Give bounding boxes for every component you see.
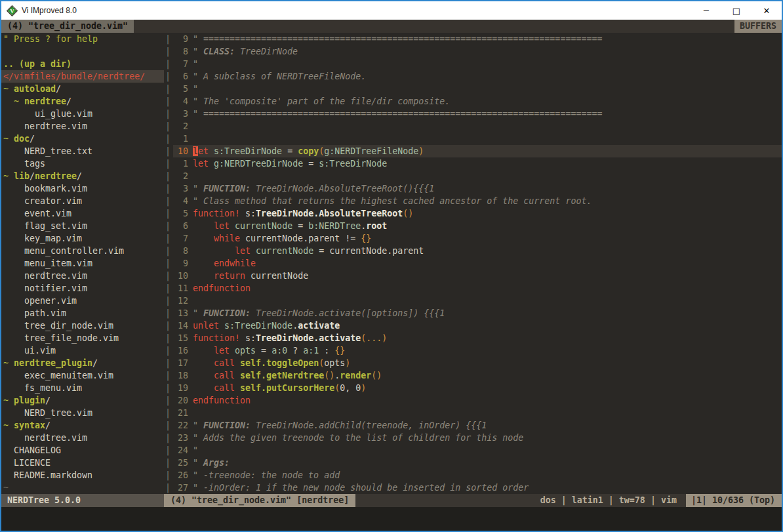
code-line[interactable]: 5function! s:TreeDirNode.AbsoluteTreeRoo… [173,207,782,220]
tree-item[interactable]: menu_item.vim [1,257,164,270]
tree-item[interactable]: NERD_tree.vim [1,407,164,419]
code-line[interactable]: 12 [173,295,782,307]
tree-item[interactable]: ~ lib/nerdtree/ [1,170,164,182]
code-line[interactable]: 19 call self.putCursorHere(0, 0) [173,382,782,394]
code-line[interactable]: 8 let currentNode = currentNode.parent [173,245,782,257]
code-line[interactable]: 7 while currentNode.parent != {} [173,232,782,245]
tree-item[interactable]: tree_dir_node.vim [1,319,164,332]
code-line[interactable]: 10 return currentNode [173,270,782,282]
code-line[interactable]: 20endfunction [173,394,782,407]
tree-item[interactable]: </vimfiles/bundle/nerdtree/ [1,70,164,83]
code-line[interactable]: 9" =====================================… [173,33,782,45]
code-token-c: " Adds the given treenode to the list of… [193,433,523,443]
separator-glyph: | [165,220,173,232]
tabline-spacer [134,20,734,33]
tree-item[interactable]: nerdtree.vim [1,270,164,282]
code-line[interactable]: 6" A subclass of NERDTreeFileNode. [173,70,782,83]
tree-item[interactable]: NERD_tree.txt [1,145,164,157]
tree-item[interactable]: tree_file_node.vim [1,332,164,344]
separator-glyph: | [165,70,173,83]
tree-item[interactable] [1,45,164,58]
tree-item[interactable]: bookmark.vim [1,182,164,195]
code-line[interactable]: 16 let opts = a:0 ? a:1 : {} [173,344,782,357]
tree-token-up: .. (up a dir) [3,59,71,69]
tree-item[interactable]: ui.vim [1,344,164,357]
code-line[interactable]: 7" [173,58,782,70]
code-line[interactable]: 1 [173,133,782,145]
tree-item-label: .. (up a dir) [1,58,71,70]
tree-item[interactable]: creator.vim [1,195,164,207]
code-line[interactable]: 15function! s:TreeDirNode.activate(...) [173,332,782,344]
tree-item[interactable]: ~ nerdtree/ [1,95,164,108]
tree-item-label: nerdtree.vim [1,432,87,444]
tree-item[interactable]: key_map.vim [1,232,164,245]
code-line[interactable]: 9 endwhile [173,257,782,270]
tree-item[interactable]: ~ autoload/ [1,83,164,95]
tree-item-label: event.vim [1,207,71,220]
tree-token-pre: ~ [3,396,14,405]
tree-item[interactable]: LICENCE [1,457,164,469]
code-token-d: 0, 0 [340,383,361,393]
tree-item[interactable]: nerdtree.vim [1,432,164,444]
code-line[interactable]: 24" [173,444,782,457]
code-line[interactable]: 21 [173,407,782,419]
tree-item[interactable]: event.vim [1,207,164,220]
code-text: " Args: [193,457,230,469]
tree-item[interactable]: flag_set.vim [1,220,164,232]
tree-item[interactable]: exec_menuitem.vim [1,369,164,382]
maximize-button[interactable]: □ [721,1,752,20]
window-separator[interactable]: ||||||||||||||||||||||||||||||||||||| [164,33,173,494]
code-line[interactable]: 6 let currentNode = b:NERDTree.root [173,220,782,232]
tree-item[interactable]: CHANGELOG [1,444,164,457]
tab-tree-dir-node[interactable]: (4) "tree_dir_node.vim" [1,20,134,33]
code-line[interactable]: 26" -treenode: the node to add [173,469,782,481]
code-line[interactable]: 8" CLASS: TreeDirNode [173,45,782,58]
tree-item[interactable]: .. (up a dir) [1,58,164,70]
code-token-m: TreeDirNode.AbsoluteTreeRoot [256,209,403,218]
tree-item[interactable]: tags [1,157,164,170]
tree-item[interactable]: " Press ? for help [1,33,164,45]
tree-item[interactable]: README.markdown [1,469,164,481]
code-line[interactable]: 18 call self.getNerdtree().render() [173,369,782,382]
command-line[interactable] [1,507,782,531]
tree-item[interactable]: nerdtree.vim [1,120,164,133]
code-line[interactable]: 13" FUNCTION: TreeDirNode.activate([opti… [173,307,782,319]
code-line[interactable]: 17 call self.toggleOpen(opts) [173,357,782,369]
tree-item[interactable]: ~ plugin/ [1,394,164,407]
tree-item[interactable]: ~ doc/ [1,133,164,145]
tree-item[interactable]: ui_glue.vim [1,108,164,120]
tree-item[interactable]: menu_controller.vim [1,245,164,257]
code-line[interactable]: 4" The 'composite' part of the file/dir … [173,95,782,108]
code-line[interactable]: 2 [173,120,782,133]
code-line[interactable]: 27" -inOrder: 1 if the new node should b… [173,481,782,494]
minimize-button[interactable]: ─ [691,1,721,20]
code-line[interactable]: 3" FUNCTION: TreeDirNode.AbsoluteTreeRoo… [173,182,782,195]
tree-item[interactable]: path.vim [1,307,164,319]
close-button[interactable]: ✕ [752,1,782,20]
code-line[interactable]: 11endfunction [173,282,782,295]
code-line[interactable]: 23" Adds the given treenode to the list … [173,432,782,444]
tree-token-dir: syntax [14,420,45,430]
code-line[interactable]: 10let s:TreeDirNode = copy(g:NERDTreeFil… [173,145,782,157]
code-line[interactable]: 5" [173,83,782,95]
code-line[interactable]: 14unlet s:TreeDirNode.activate [173,319,782,332]
tree-item-label: menu_controller.vim [1,245,124,257]
line-number: 7 [173,58,193,70]
buffers-label[interactable]: BUFFERS [734,20,782,33]
tree-item[interactable]: ~ nerdtree_plugin/ [1,357,164,369]
tree-item[interactable]: notifier.vim [1,282,164,295]
code-line[interactable]: 4" Class method that returns the highest… [173,195,782,207]
tree-item-label: ~ nerdtree/ [1,95,71,108]
code-token-c: " [193,445,198,455]
code-line[interactable]: 1let g:NERDTreeDirNode = s:TreeDirNode [173,157,782,170]
code-line[interactable]: 25" Args: [173,457,782,469]
code-line[interactable]: 22" FUNCTION: TreeDirNode.addChild(treen… [173,419,782,432]
tree-item[interactable]: fs_menu.vim [1,382,164,394]
tree-item[interactable]: ~ syntax/ [1,419,164,432]
code-token-k: endwhile [214,258,256,268]
separator-glyph: | [165,270,173,282]
code-line[interactable]: 2 [173,170,782,182]
code-text: function! s:TreeDirNode.AbsoluteTreeRoot… [193,207,413,220]
tree-item[interactable]: opener.vim [1,295,164,307]
code-line[interactable]: 3" =====================================… [173,108,782,120]
